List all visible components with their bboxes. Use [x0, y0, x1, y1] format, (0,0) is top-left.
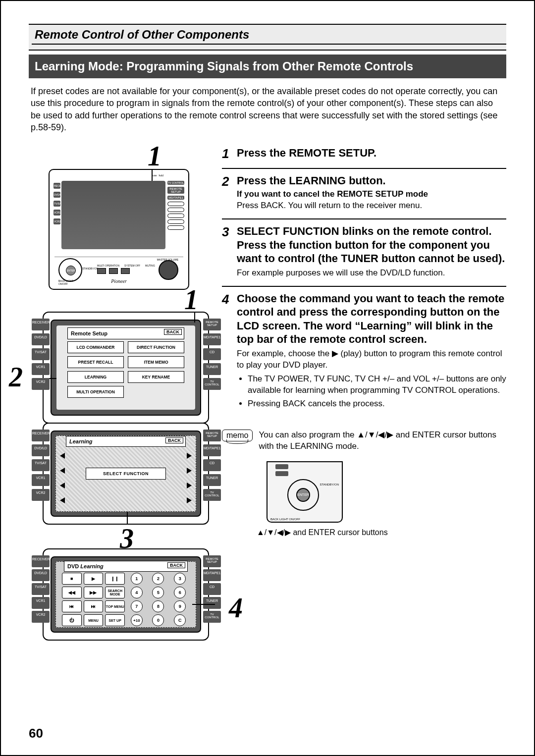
- ff-icon: ▶▶: [84, 587, 104, 598]
- intro-paragraph: If preset codes are not available for yo…: [31, 85, 504, 133]
- enter-icon: ENTER: [66, 266, 76, 275]
- page-banner: Learning Mode: Programming Signals from …: [29, 54, 506, 78]
- play-icon: ▶: [84, 573, 104, 585]
- pause-icon: ❙❙: [105, 573, 125, 585]
- diagram-cursor-buttons: ENTER STANDBY/ON BACK LIGHT ON/OFF: [267, 461, 343, 523]
- diagram-dvd-learning: RECEIVER DVD/LD TV/SAT VCR1 VCR2 REMOTE …: [51, 556, 201, 633]
- select-function-label: SELECT FUNCTION: [86, 468, 166, 480]
- d2-title: Remote Setup BACK: [67, 327, 184, 339]
- d1-left-chips: RECEIVER DVD/LD TV/SAT VCR1 VCR2: [54, 183, 60, 227]
- d1-lcd: [61, 181, 165, 249]
- section-heading: Remote Control of Other Components: [32, 27, 506, 45]
- callout-3: 3: [120, 525, 134, 552]
- next-icon: ⏭: [84, 600, 104, 612]
- callout-2: 2: [9, 363, 23, 391]
- d3-title: Learning BACK: [66, 436, 186, 447]
- rew-icon: ◀◀: [62, 587, 82, 598]
- callout-1b: 1: [184, 286, 198, 314]
- step-2: 2 Press the LEARNING button. If you want…: [222, 169, 506, 219]
- diagram-remote-setup-menu: 1 2 RECEIVER DVD/LD TV/SAT VCR1 VCR2 REM…: [51, 320, 201, 416]
- diagram-remote-top: 1 use hold RECEIVER DVD/LD TV/SAT VCR1 V…: [49, 169, 189, 290]
- diagram-select-function: RECEIVER DVD/LD TV/SAT VCR1 VCR2 REMOTE …: [51, 431, 201, 517]
- volume-knob-icon: [159, 260, 178, 280]
- triangle-right-icon: [187, 453, 192, 459]
- d4-title: DVD Learning BACK: [64, 561, 188, 572]
- stop-icon: ■: [62, 573, 82, 585]
- bullet-item: The TV POWER, TV FUNC, TV CH +/– and VOL…: [248, 374, 506, 396]
- brand-logo: Pioneer: [54, 278, 183, 284]
- prev-icon: ⏮: [62, 600, 82, 612]
- enter-icon: ENTER: [296, 488, 310, 502]
- step-3: 3 SELECT FUNCTION blinks on the remote c…: [222, 219, 506, 286]
- d1-right-chips: TV CONTROL REMOTE SETUP MD/TAPE1: [167, 181, 184, 231]
- bullet-item: Pressing BACK cancels the process.: [248, 398, 506, 410]
- page-number: 60: [29, 726, 43, 741]
- step-4: 4 Choose the command you want to teach t…: [222, 287, 506, 418]
- memo-block: memo You can also program the ▲/▼/◀/▶ an…: [222, 430, 506, 452]
- steps-column: 1 Press the REMOTE SETUP. 2 Press the LE…: [222, 141, 506, 643]
- cursor-caption: ▲/▼/◀/▶ and ENTER cursor buttons: [222, 528, 506, 537]
- back-button: BACK: [164, 329, 182, 335]
- power-icon: ⏻: [62, 614, 82, 626]
- memo-badge: memo: [222, 430, 253, 441]
- diagram-column: 1 use hold RECEIVER DVD/LD TV/SAT VCR1 V…: [29, 141, 212, 643]
- step-1: 1 Press the REMOTE SETUP.: [222, 141, 506, 169]
- callout-4: 4: [229, 594, 243, 622]
- triangle-left-icon: [60, 453, 65, 459]
- callout-1: 1: [148, 142, 161, 170]
